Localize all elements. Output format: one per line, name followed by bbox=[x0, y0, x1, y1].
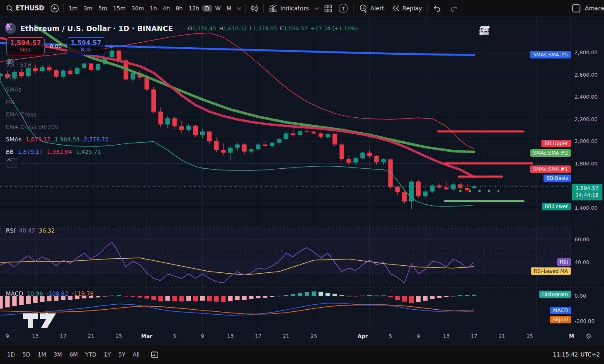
time-axis-label: 25 bbox=[116, 333, 122, 339]
tf-5m[interactable]: 5m bbox=[95, 5, 110, 12]
range-3m[interactable]: 3M bbox=[50, 349, 65, 360]
tf-30m[interactable]: 30m bbox=[129, 5, 147, 12]
indicators-chevron-icon[interactable] bbox=[313, 7, 321, 10]
template-t-icon[interactable]: T bbox=[335, 2, 352, 14]
time-axis-label: 13 bbox=[443, 333, 449, 339]
macd-axis-tick: -200.00 bbox=[575, 318, 594, 324]
clock-timezone: UTC+2 bbox=[580, 351, 600, 358]
tf-1mo[interactable]: M bbox=[223, 5, 234, 12]
username-label[interactable]: Amara bbox=[585, 5, 604, 12]
timeframe-menu-chevron-icon[interactable] bbox=[234, 7, 244, 10]
alert-button[interactable]: Alert bbox=[355, 2, 388, 14]
range-6m[interactable]: 6M bbox=[65, 349, 81, 360]
redo-icon[interactable] bbox=[446, 2, 462, 14]
undo-icon[interactable] bbox=[429, 2, 446, 14]
time-axis-label: 21 bbox=[283, 333, 289, 339]
clock-time: 11:15:42 bbox=[553, 351, 578, 358]
time-axis-label: 17 bbox=[471, 333, 478, 339]
macd-legend[interactable]: MACD 10.96 -108.82 -119.78 bbox=[6, 290, 94, 297]
legend-row-ma[interactable]: MA bbox=[6, 96, 109, 108]
legend-row-smas-values[interactable]: SMAs 1,679.17 1,904.54 2,778.72 bbox=[6, 133, 109, 146]
text-tool-icon[interactable]: T bbox=[544, 27, 561, 43]
time-axis-label: 5 bbox=[389, 333, 392, 339]
time-axis-label: 13 bbox=[227, 333, 234, 339]
time-axis-label: 21 bbox=[88, 333, 95, 339]
sell-button[interactable]: 1,594.57 SELL bbox=[6, 37, 45, 55]
range-1m[interactable]: 1M bbox=[34, 349, 50, 360]
sell-price: 1,594.57 bbox=[10, 40, 41, 47]
price-axis-tick: 2,000.00 bbox=[575, 138, 598, 144]
indicators-button[interactable]: Indicators bbox=[265, 2, 313, 14]
arrow-tool-icon[interactable] bbox=[580, 27, 598, 43]
price-axis-tag: BB:Lower bbox=[542, 203, 571, 210]
chart-legend-header: Ethereum / U.S. Dollar · 1D · BINANCE O1… bbox=[5, 23, 358, 34]
legend-row-ema-cross-50-200[interactable]: EMA Cross 50/200 bbox=[6, 121, 109, 133]
legend-collapse-button[interactable] bbox=[7, 158, 18, 168]
timezone-settings-gear-icon[interactable]: ⚙ bbox=[583, 332, 594, 341]
go-to-date-calendar-icon[interactable] bbox=[150, 350, 159, 359]
trading-app: ETHUSD 1m 3m 5m 15m 30m 1h 4h 8h 12h D W… bbox=[0, 0, 604, 364]
tf-8h[interactable]: 8h bbox=[173, 5, 186, 12]
tf-1d-active[interactable]: D bbox=[202, 5, 212, 12]
tf-1w[interactable]: W bbox=[212, 5, 223, 12]
price-axis-tag: SMAs:SMA #2 bbox=[530, 149, 571, 157]
tf-1h[interactable]: 1h bbox=[147, 5, 160, 12]
range-all[interactable]: All bbox=[129, 349, 143, 360]
projection-box-tool-icon[interactable] bbox=[526, 27, 543, 43]
tf-15m[interactable]: 15m bbox=[110, 5, 129, 12]
horizontal-lines-tool-icon[interactable] bbox=[507, 27, 525, 43]
toolbar-divider bbox=[263, 4, 264, 13]
spread-value: 0.00 bbox=[48, 43, 63, 49]
chart-style-icon[interactable] bbox=[247, 2, 262, 14]
arrow-marker-tool-icon[interactable] bbox=[562, 27, 580, 43]
macd-title: MACD bbox=[6, 290, 23, 297]
time-axis-label: 17 bbox=[60, 333, 66, 339]
toolbar-divider bbox=[427, 4, 428, 13]
trend-line-tool-icon[interactable] bbox=[489, 27, 507, 43]
legend-row-smas-hidden[interactable]: SMAs bbox=[6, 83, 109, 96]
ohlc-values: O1,576.45 H1,610.32 L1,574.05 C1,594.57 … bbox=[188, 25, 358, 32]
legend-row-poc[interactable]: POC bbox=[6, 71, 109, 83]
range-5d[interactable]: 5D bbox=[19, 349, 34, 360]
clock[interactable]: 11:15:42 UTC+2 bbox=[553, 351, 604, 358]
time-axis-label: 9 bbox=[201, 333, 204, 339]
rsi-axis-tick: 40.00 bbox=[575, 259, 589, 265]
open-value: 1,576.45 bbox=[192, 25, 216, 32]
range-1d[interactable]: 1D bbox=[3, 349, 19, 360]
legend-row-ema-cross[interactable]: EMA Cross bbox=[6, 108, 109, 121]
templates-grid-icon[interactable] bbox=[321, 2, 335, 14]
symbol-title[interactable]: Ethereum / U.S. Dollar · 1D · BINANCE bbox=[20, 24, 173, 33]
rsi-axis-tick: 60.00 bbox=[575, 236, 589, 243]
range-1y[interactable]: 1Y bbox=[100, 349, 115, 360]
legend-row-bb-values[interactable]: BB 1,679.17 1,932.64 1,425.71 bbox=[6, 146, 109, 158]
symbol-search-button[interactable]: ETHUSD bbox=[2, 2, 48, 14]
range-ytd[interactable]: YTD bbox=[82, 349, 100, 360]
change-value: +17.34 (+1.10%) bbox=[310, 25, 358, 32]
indicator-legend: Vol · ETH POC SMAs MA EMA Cross EMA Cros… bbox=[6, 58, 109, 158]
low-value: 1,574.05 bbox=[253, 25, 277, 32]
time-axis-label: 17 bbox=[255, 333, 262, 339]
time-axis-label: 25 bbox=[526, 333, 533, 339]
price-axis-tick: 2,200.00 bbox=[575, 116, 598, 122]
layout-window-icon[interactable] bbox=[572, 4, 581, 13]
close-value: 1,594.57 bbox=[284, 25, 308, 32]
alert-clock-icon bbox=[359, 4, 368, 13]
toolbar-divider bbox=[353, 4, 354, 13]
chart-region: Ethereum / U.S. Dollar · 1D · BINANCE O1… bbox=[0, 17, 604, 345]
buy-button[interactable]: 1,594.57 BUY bbox=[67, 37, 105, 55]
tf-4h[interactable]: 4h bbox=[160, 5, 173, 12]
tf-3m[interactable]: 3m bbox=[80, 5, 95, 12]
add-symbol-icon[interactable] bbox=[48, 2, 62, 14]
rsi-legend[interactable]: RSI 40.47 36.32 bbox=[6, 227, 55, 234]
tf-1m[interactable]: 1m bbox=[65, 5, 80, 12]
last-price-value: 1,594.57 bbox=[572, 185, 602, 192]
tf-12h[interactable]: 12h bbox=[186, 5, 202, 12]
range-5y[interactable]: 5Y bbox=[114, 349, 129, 360]
toolbar-divider bbox=[147, 350, 147, 359]
macd-signal-value: -119.78 bbox=[72, 290, 94, 297]
replay-button[interactable]: Replay bbox=[388, 2, 426, 14]
time-axis-label: 5 bbox=[173, 333, 176, 339]
last-price-tag: 1,594.57 14:44:18 bbox=[572, 184, 602, 200]
price-axis-tick: 2,600.00 bbox=[575, 72, 598, 78]
legend-row-vol[interactable]: Vol · ETH bbox=[6, 58, 109, 71]
